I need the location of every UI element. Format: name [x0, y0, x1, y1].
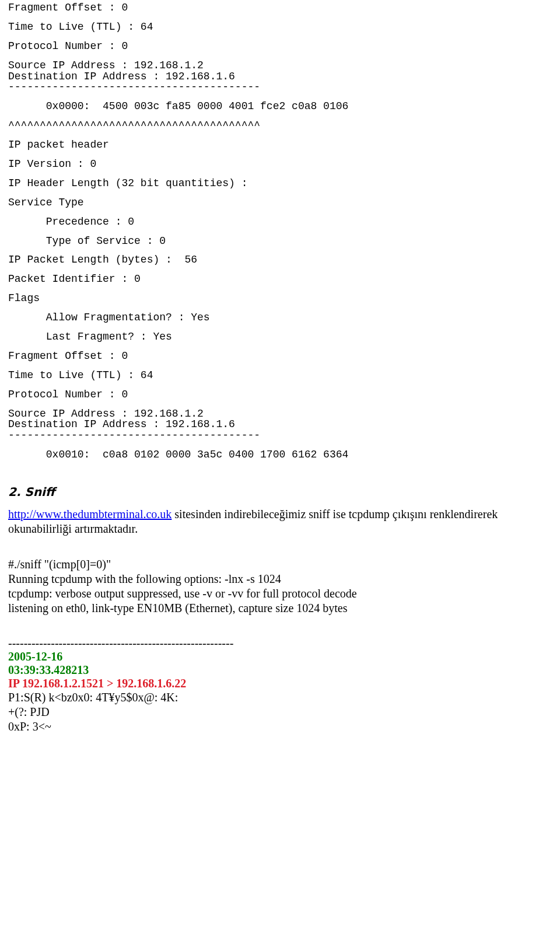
capture-date: 2005-12-16: [8, 650, 552, 663]
divider-line: ----------------------------------------: [8, 82, 552, 93]
ip-header-title: IP packet header: [8, 139, 552, 151]
dst-ip-line: Destination IP Address : 192.168.1.6: [8, 71, 552, 82]
caret-line: ^^^^^^^^^^^^^^^^^^^^^^^^^^^^^^^^^^^^^^^^: [8, 120, 552, 131]
cmd-verbose-line: tcpdump: verbose output suppressed, use …: [8, 586, 552, 601]
divider-line-2: ----------------------------------------: [8, 430, 552, 441]
src-ip-line: Source IP Address : 192.168.1.2: [8, 60, 552, 71]
pkt-length-line: IP Packet Length (bytes) : 56: [8, 254, 552, 265]
ip-header-decode: IP packet header IP Version : 0 IP Heade…: [8, 139, 552, 460]
service-type-label: Service Type: [8, 197, 552, 208]
ttl-line: Time to Live (TTL) : 64: [8, 22, 552, 33]
hex-line-0x0010: 0x0010: c0a8 0102 0000 3a5c 0400 1700 61…: [8, 449, 552, 460]
proto-line-2: Protocol Number : 0: [8, 389, 552, 400]
sniff-description: http://www.thedumbterminal.co.uk sitesin…: [8, 507, 552, 536]
capture-separator: ----------------------------------------…: [8, 637, 552, 650]
thedumbterminal-link[interactable]: http://www.thedumbterminal.co.uk: [8, 508, 172, 520]
cmd-listening-line: listening on eth0, link-type EN10MB (Eth…: [8, 601, 552, 616]
precedence-line: Precedence : 0: [8, 216, 552, 228]
src-ip-line-2: Source IP Address : 192.168.1.2: [8, 408, 552, 420]
hex-line-0x0000: 0x0000: 4500 003c fa85 0000 4001 fce2 c0…: [8, 101, 552, 112]
ttl-line-2: Time to Live (TTL) : 64: [8, 370, 552, 381]
tos-line: Type of Service : 0: [8, 236, 552, 247]
frag-offset-line: Fragment Offset : 0: [8, 2, 552, 13]
last-frag-line: Last Fragment? : Yes: [8, 331, 552, 343]
capture-payload: P1:S(R) k<bz0x0: 4T¥y5$0x@: 4K: +(?: PJD…: [8, 690, 552, 734]
payload-line-3: 0xP: 3<~: [8, 719, 552, 734]
proto-line: Protocol Number : 0: [8, 41, 552, 52]
document-page: Fragment Offset : 0 Time to Live (TTL) :…: [0, 0, 560, 757]
pkt-id-line: Packet Identifier : 0: [8, 274, 552, 285]
capture-ip-line: IP 192.168.1.2.1521 > 192.168.1.6.22: [8, 677, 552, 690]
payload-line-1: P1:S(R) k<bz0x0: 4T¥y5$0x@: 4K:: [8, 690, 552, 705]
packet1-summary: Fragment Offset : 0 Time to Live (TTL) :…: [8, 2, 552, 131]
cmd-running-line: Running tcpdump with the following optio…: [8, 572, 552, 586]
allow-frag-line: Allow Fragmentation? : Yes: [8, 312, 552, 323]
section-heading-sniff: 2. Sniff: [8, 485, 552, 499]
ip-version: IP Version : 0: [8, 159, 552, 170]
payload-line-2: +(?: PJD: [8, 705, 552, 719]
frag-offset-line-2: Fragment Offset : 0: [8, 351, 552, 362]
flags-label: Flags: [8, 293, 552, 304]
command-output-block: #./sniff "(icmp[0]=0)" Running tcpdump w…: [8, 557, 552, 616]
dst-ip-line-2: Destination IP Address : 192.168.1.6: [8, 419, 552, 430]
cmd-invocation: #./sniff "(icmp[0]=0)": [8, 557, 552, 572]
ip-header-length: IP Header Length (32 bit quantities) :: [8, 178, 552, 189]
capture-time: 03:39:33.428213: [8, 663, 552, 677]
